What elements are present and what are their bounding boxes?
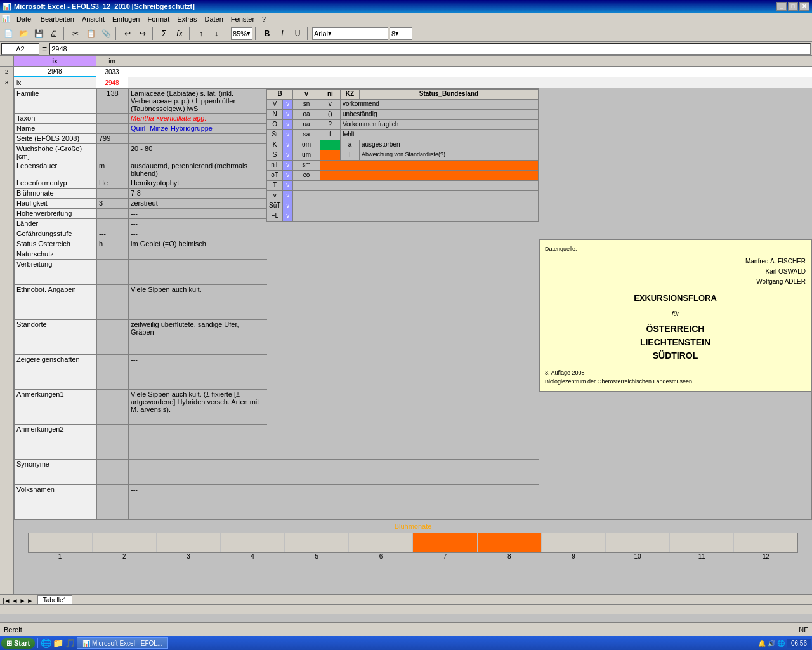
- familie-row: Familie 138 Lamiaceae (Labiatae) s. lat.…: [15, 89, 812, 114]
- cut-button[interactable]: ✂: [69, 27, 82, 41]
- haufigkeit-label: Häufigkeit: [15, 199, 97, 209]
- bluhm-label-9: 9: [541, 553, 605, 560]
- wuchshoehe-value: 20 - 80: [129, 144, 266, 161]
- anmerkungen1-value: Viele Sippen auch kult. (± fixierte [± a…: [129, 390, 266, 425]
- maximize-button[interactable]: □: [788, 2, 798, 11]
- datasource-edition: 3. Auflage 2008: [545, 369, 806, 378]
- menu-bearbeiten[interactable]: Bearbeiten: [37, 14, 78, 24]
- anmerkungen1-label: Anmerkungen1: [15, 390, 97, 425]
- bold-button[interactable]: B: [260, 27, 274, 41]
- status-row-k: K v om a ausgestorben: [267, 140, 539, 150]
- sort-asc-button[interactable]: ↑: [194, 27, 208, 41]
- sort-desc-button[interactable]: ↓: [209, 27, 223, 41]
- status-header-ni: ni: [320, 90, 340, 100]
- toolbar-sep7: [307, 27, 310, 40]
- status-row-n: N v oa () unbeständig: [267, 110, 539, 120]
- open-button[interactable]: 📂: [16, 27, 30, 41]
- cell-reference-input[interactable]: [1, 43, 39, 55]
- row-V-code: V: [267, 100, 283, 110]
- taskbar-folder-icon[interactable]: 📁: [53, 638, 63, 648]
- datasource-for: für: [545, 309, 806, 319]
- fx-button[interactable]: fx: [173, 27, 187, 41]
- excel-taskbar-item[interactable]: 📊 Microsoft Excel - EFÖL...: [77, 637, 168, 649]
- minimize-button[interactable]: _: [776, 2, 787, 11]
- bluhm-label-7: 7: [413, 553, 477, 560]
- synonyme-code: [97, 460, 129, 485]
- ix-value-cell[interactable]: 2948: [14, 67, 96, 77]
- ethnobot-value: Viele Sippen auch kult.: [129, 285, 266, 320]
- menu-daten[interactable]: Daten: [200, 14, 226, 24]
- copy-button[interactable]: 📋: [84, 27, 98, 41]
- status-row-fl: FL v: [267, 211, 539, 222]
- verbreitung-value: ---: [129, 260, 266, 285]
- row-N-status: unbeständig: [340, 110, 538, 120]
- formula-input[interactable]: [49, 43, 811, 55]
- close-button[interactable]: ✕: [799, 2, 809, 11]
- new-button[interactable]: 📄: [1, 27, 15, 41]
- menu-datei[interactable]: Datei: [13, 14, 37, 24]
- gefahrdungsstufe-value: ---: [129, 229, 266, 239]
- row-N-ni: oa: [293, 110, 320, 120]
- menu-help[interactable]: ?: [258, 14, 270, 24]
- im-column-header: im: [96, 56, 128, 66]
- datasource-label: Datenquelle:: [545, 245, 806, 254]
- menu-fenster[interactable]: Fenster: [227, 14, 258, 24]
- status-row-s: S v um l Abweichung von Standardliste(?): [267, 150, 539, 161]
- tab-first-button[interactable]: |◄: [3, 597, 11, 604]
- naturschutz-value: ---: [129, 249, 266, 260]
- autosum-button[interactable]: Σ: [157, 27, 171, 41]
- im-value-cell[interactable]: 3033: [96, 67, 128, 77]
- synonyme-right: [266, 460, 539, 485]
- formula-separator: =: [42, 44, 47, 54]
- datasource-authors: Manfred A. FISCHER Karl OSWALD Wolfgang …: [545, 256, 806, 287]
- paste-button[interactable]: 📎: [99, 27, 113, 41]
- right-table-cell: B v ni KZ Status_Bundesland V v sn v vor…: [266, 89, 539, 249]
- underline-button[interactable]: U: [291, 27, 304, 41]
- menu-einfugen[interactable]: Einfügen: [108, 14, 143, 24]
- tab-bar: |◄ ◄ ► ►| Tabelle1: [0, 594, 812, 604]
- anmerkungen1-code: [97, 390, 129, 425]
- taskbar-ie-icon[interactable]: 🌐: [41, 638, 51, 648]
- horizontal-scrollbar[interactable]: [0, 604, 812, 614]
- bluhm-labels: 1 2 3 4 5 6 7 8 9 10 11 12: [28, 553, 798, 560]
- taskbar-media-icon[interactable]: 🎵: [65, 638, 75, 648]
- menu-format[interactable]: Format: [143, 14, 173, 24]
- row-S-kz: l: [340, 150, 359, 161]
- volksnamen-code: [97, 485, 129, 520]
- bluhm-label-5: 5: [285, 553, 349, 560]
- save-button[interactable]: 💾: [32, 27, 46, 41]
- row-nT-code: nT: [267, 161, 283, 171]
- zoom-dropdown[interactable]: 85%▾: [231, 27, 252, 40]
- start-button[interactable]: ⊞ Start: [1, 638, 35, 649]
- font-dropdown[interactable]: Arial▾: [312, 27, 388, 40]
- row-oT-v: v: [283, 171, 293, 181]
- start-icon: ⊞: [6, 639, 12, 647]
- menu-ansicht[interactable]: Ansicht: [78, 14, 108, 24]
- menu-extras[interactable]: Extras: [173, 14, 200, 24]
- volksnamen-value: ---: [129, 485, 266, 520]
- bluhm-month-1: [29, 533, 93, 552]
- tab-last-button[interactable]: ►|: [27, 597, 35, 604]
- sheet-tab-1[interactable]: Tabelle1: [37, 595, 72, 604]
- bluhm-month-7: [413, 533, 477, 552]
- taskbar-sep: [37, 638, 38, 648]
- print-button[interactable]: 🖨: [47, 27, 61, 41]
- italic-button[interactable]: I: [275, 27, 289, 41]
- ix-display-row: 3 ix 2948: [0, 77, 812, 88]
- wuchshoehe-code: [97, 144, 129, 161]
- bluhm-month-3: [157, 533, 221, 552]
- undo-button[interactable]: ↩: [121, 27, 134, 41]
- status-row-o: O v ua ? Vorkommen fraglich: [267, 120, 539, 130]
- tab-next-button[interactable]: ►: [19, 597, 25, 604]
- window-controls: _ □ ✕: [776, 2, 809, 11]
- hohenverbreitung-label: Höhenverbreitung: [15, 209, 97, 219]
- hohenverbreitung-code: [97, 209, 129, 219]
- row-SuT-code: SüT: [267, 201, 283, 211]
- tab-prev-button[interactable]: ◄: [12, 597, 18, 604]
- seite-empty: [129, 134, 266, 144]
- fontsize-dropdown[interactable]: 8▾: [390, 27, 412, 40]
- familie-num: 138: [97, 89, 129, 114]
- row-K-status: ausgestorben: [359, 140, 538, 150]
- redo-button[interactable]: ↪: [136, 27, 150, 41]
- row-nT-ni: sm: [293, 161, 320, 171]
